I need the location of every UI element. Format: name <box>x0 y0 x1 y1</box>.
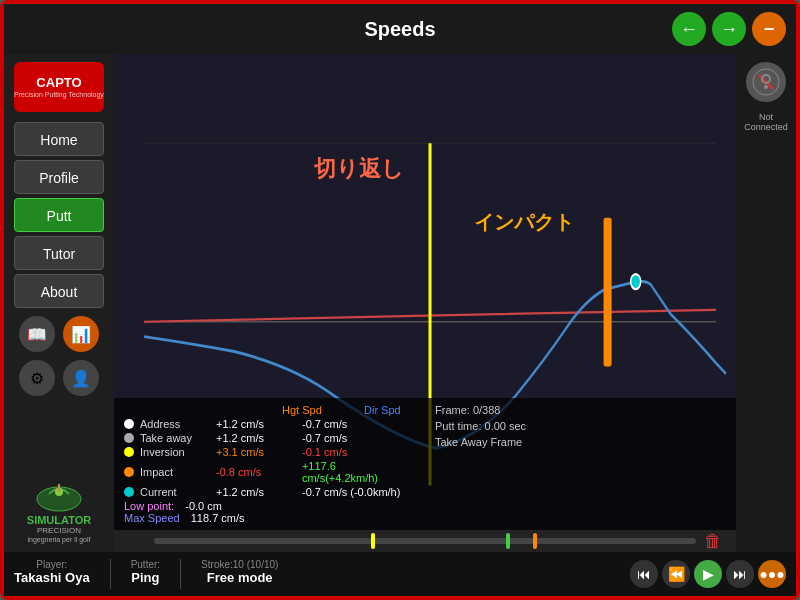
svg-point-15 <box>764 85 768 89</box>
chart-icon[interactable]: 📊 <box>63 316 99 352</box>
person-icon[interactable]: 👤 <box>63 360 99 396</box>
sidebar-icons-row-2: ⚙ 👤 <box>19 360 99 396</box>
stat-row-address: Address +1.2 cm/s -0.7 cm/s <box>124 418 415 430</box>
stats-right: Frame: 0/388 Putt time: 0.00 sec Take Aw… <box>435 404 726 524</box>
logo-sub: Precision Putting Technology <box>14 91 104 98</box>
playback-controls: ⏮ ⏪ ▶ ⏭ ●●● <box>630 560 786 588</box>
take-away-frame-label: Take Away Frame <box>435 436 726 448</box>
low-point-label: Low point: <box>124 500 174 512</box>
val-inversion-dir: -0.1 cm/s <box>302 446 347 458</box>
right-panel: Not Connected <box>736 54 796 552</box>
stroke-block: Stroke:10 (10/10) Free mode <box>201 559 278 589</box>
putt-time-label: Putt time: 0.00 sec <box>435 420 726 432</box>
forward-button[interactable]: → <box>712 12 746 46</box>
player-info: Player: Takashi Oya Putter: Ping Stroke:… <box>14 559 622 589</box>
label-takeaway: Take away <box>140 432 210 444</box>
book-icon[interactable]: 📖 <box>19 316 55 352</box>
label-address: Address <box>140 418 210 430</box>
player-label: Player: <box>14 559 90 570</box>
separator-2 <box>180 559 181 589</box>
val-address-hgt: +1.2 cm/s <box>216 418 296 430</box>
svg-point-9 <box>631 274 641 289</box>
sidebar-item-home[interactable]: Home <box>14 122 104 156</box>
player-block: Player: Takashi Oya <box>14 559 90 589</box>
label-current: Current <box>140 486 210 498</box>
dot-current <box>124 487 134 497</box>
top-bar: Speeds ← → − <box>4 4 796 54</box>
stats-left: Hgt Spd Dir Spd Address +1.2 cm/s -0.7 c… <box>124 404 415 524</box>
connection-icon <box>746 62 786 102</box>
not-connected-label: Not Connected <box>740 112 792 132</box>
hgt-spd-header: Hgt Spd <box>282 404 358 416</box>
dot-inversion <box>124 447 134 457</box>
svg-rect-2 <box>58 484 60 492</box>
sidebar-item-profile[interactable]: Profile <box>14 160 104 194</box>
logo-area: CAPTO Precision Putting Technology <box>14 62 104 112</box>
dot-address <box>124 419 134 429</box>
chart-area: 200 0 -200 i ShowAccelerations <box>114 54 736 552</box>
stroke-mode: Free mode <box>201 570 278 585</box>
val-current-hgt: +1.2 cm/s <box>216 486 296 498</box>
separator-1 <box>110 559 111 589</box>
label-impact: Impact <box>140 466 210 478</box>
app-frame: Speeds ← → − CAPTO Precision Putting Tec… <box>0 0 800 600</box>
back-button[interactable]: ← <box>672 12 706 46</box>
val-impact-hgt: -0.8 cm/s <box>216 466 296 478</box>
max-speed-row: Max Speed 118.7 cm/s <box>124 512 415 524</box>
stat-row-takeaway: Take away +1.2 cm/s -0.7 cm/s <box>124 432 415 444</box>
val-address-dir: -0.7 cm/s <box>302 418 347 430</box>
chart-main: 200 0 -200 i ShowAccelerations <box>114 54 736 530</box>
dot-takeaway <box>124 433 134 443</box>
skip-forward-button[interactable]: ⏭ <box>726 560 754 588</box>
label-inversion: Inversion <box>140 446 210 458</box>
stats-header-row: Hgt Spd Dir Spd <box>124 404 415 416</box>
putter-block: Putter: Ping <box>131 559 160 589</box>
max-speed-label: Max Speed <box>124 512 180 524</box>
stat-row-current: Current +1.2 cm/s -0.7 cm/s (-0.0km/h) <box>124 486 415 498</box>
slider-thumb-yellow[interactable] <box>371 533 375 549</box>
slider-thumb-green[interactable] <box>506 533 510 549</box>
sidebar-icons-row: 📖 📊 <box>19 316 99 352</box>
dir-spd-header: Dir Spd <box>364 404 401 416</box>
simulator-label: SIMULATOR <box>27 514 91 526</box>
player-name: Takashi Oya <box>14 570 90 585</box>
top-bar-buttons: ← → − <box>672 12 786 46</box>
low-point-row: Low point: -0.0 cm <box>124 500 415 512</box>
simulator-logo: SIMULATOR PRECISIONingegneria per il gol… <box>27 470 91 544</box>
val-current-dir: -0.7 cm/s (-0.0km/h) <box>302 486 400 498</box>
gear-icon[interactable]: ⚙ <box>19 360 55 396</box>
frame-label: Frame: 0/388 <box>435 404 726 416</box>
svg-rect-11 <box>604 218 612 367</box>
slider-bar[interactable]: 🗑 <box>114 530 736 552</box>
stat-row-impact: Impact -0.8 cm/s +117.6 cm/s(+4.2km/h) <box>124 460 415 484</box>
val-takeaway-dir: -0.7 cm/s <box>302 432 347 444</box>
low-point-val: -0.0 cm <box>185 500 222 512</box>
bottom-bar: Player: Takashi Oya Putter: Ping Stroke:… <box>4 552 796 596</box>
japanese-label-1: 切り返し <box>314 154 404 184</box>
sidebar: CAPTO Precision Putting Technology Home … <box>4 54 114 552</box>
sidebar-item-putt[interactable]: Putt <box>14 198 104 232</box>
slider-track[interactable] <box>154 538 696 544</box>
stat-row-inversion: Inversion +3.1 cm/s -0.1 cm/s <box>124 446 415 458</box>
putter-label: Putter: <box>131 559 160 570</box>
stats-panel: Hgt Spd Dir Spd Address +1.2 cm/s -0.7 c… <box>114 398 736 530</box>
skip-back-button[interactable]: ⏮ <box>630 560 658 588</box>
stroke-label: Stroke:10 (10/10) <box>201 559 278 570</box>
val-takeaway-hgt: +1.2 cm/s <box>216 432 296 444</box>
extra-button[interactable]: ●●● <box>758 560 786 588</box>
rewind-button[interactable]: ⏪ <box>662 560 690 588</box>
sidebar-item-about[interactable]: About <box>14 274 104 308</box>
max-speed-val: 118.7 cm/s <box>191 512 245 524</box>
page-title: Speeds <box>364 18 435 41</box>
precision-label: PRECISIONingegneria per il golf <box>27 526 91 544</box>
play-button[interactable]: ▶ <box>694 560 722 588</box>
slider-thumb-orange[interactable] <box>533 533 537 549</box>
dot-impact <box>124 467 134 477</box>
sidebar-item-tutor[interactable]: Tutor <box>14 236 104 270</box>
val-inversion-hgt: +3.1 cm/s <box>216 446 296 458</box>
japanese-label-2: インパクト <box>474 209 574 236</box>
delete-button[interactable]: 🗑 <box>698 530 728 552</box>
putter-name: Ping <box>131 570 160 585</box>
main-content: CAPTO Precision Putting Technology Home … <box>4 54 796 552</box>
minus-button[interactable]: − <box>752 12 786 46</box>
